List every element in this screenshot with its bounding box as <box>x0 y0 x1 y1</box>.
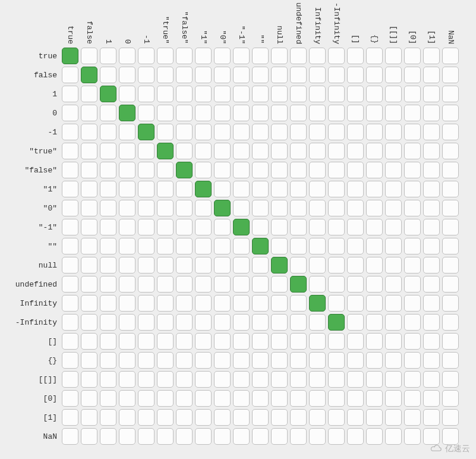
cell-false <box>308 46 327 65</box>
cell-false <box>327 142 346 161</box>
cell-false <box>251 218 270 237</box>
cell-false <box>403 256 422 275</box>
cell-false <box>80 161 99 180</box>
cell-false <box>156 389 175 408</box>
cell-false <box>194 294 213 313</box>
cell-false <box>251 256 270 275</box>
row-header: Infinity <box>4 294 61 313</box>
cell-false <box>422 199 441 218</box>
cell-false <box>137 199 156 218</box>
cell-false <box>194 84 213 103</box>
cell-false <box>213 313 232 332</box>
cell-false <box>289 332 308 351</box>
cell-false <box>384 351 403 370</box>
cell-false <box>232 427 251 446</box>
row-header: -1 <box>4 122 61 142</box>
cell-false <box>232 351 251 370</box>
cell-false <box>61 84 80 103</box>
cell-false <box>346 408 365 427</box>
col-header: [1] <box>422 5 441 46</box>
cell-false <box>118 218 137 237</box>
cell-false <box>384 180 403 199</box>
cell-false <box>365 294 384 313</box>
cell-false <box>99 237 118 256</box>
row-header: -Infinity <box>4 313 61 332</box>
cell-false <box>270 65 289 84</box>
cell-false <box>384 237 403 256</box>
cell-true <box>232 218 251 237</box>
cell-false <box>99 313 118 332</box>
cell-false <box>80 142 99 161</box>
cell-false <box>213 218 232 237</box>
cell-false <box>194 142 213 161</box>
row-header: 0 <box>4 103 61 122</box>
cell-false <box>80 256 99 275</box>
cell-false <box>346 218 365 237</box>
cell-false <box>137 408 156 427</box>
cell-false <box>346 161 365 180</box>
cell-false <box>422 332 441 351</box>
row-header: 1 <box>4 84 61 103</box>
cell-false <box>346 142 365 161</box>
cell-false <box>251 294 270 313</box>
cell-false <box>365 180 384 199</box>
cell-false <box>99 199 118 218</box>
cell-false <box>308 408 327 427</box>
cell-false <box>80 294 99 313</box>
cell-false <box>403 65 422 84</box>
cell-false <box>422 142 441 161</box>
cell-false <box>327 180 346 199</box>
cell-false <box>194 46 213 65</box>
cell-false <box>384 161 403 180</box>
cell-true <box>175 161 194 180</box>
cell-false <box>99 65 118 84</box>
cell-false <box>137 389 156 408</box>
cell-false <box>289 65 308 84</box>
cell-false <box>232 84 251 103</box>
cell-false <box>175 408 194 427</box>
cell-false <box>441 122 460 142</box>
cell-false <box>308 142 327 161</box>
cell-false <box>61 313 80 332</box>
cell-false <box>270 142 289 161</box>
cell-false <box>403 275 422 294</box>
cell-false <box>308 332 327 351</box>
cell-false <box>346 313 365 332</box>
cell-false <box>289 218 308 237</box>
row-header: undefined <box>4 275 61 294</box>
cell-false <box>194 161 213 180</box>
cell-false <box>61 427 80 446</box>
cell-false <box>365 218 384 237</box>
cell-false <box>194 408 213 427</box>
col-header-label: "0" <box>218 30 227 44</box>
cell-false <box>80 218 99 237</box>
cell-false <box>289 46 308 65</box>
cell-false <box>403 180 422 199</box>
cell-false <box>232 142 251 161</box>
cell-false <box>232 122 251 142</box>
cell-false <box>441 218 460 237</box>
cell-false <box>118 142 137 161</box>
cell-false <box>194 65 213 84</box>
cell-false <box>403 408 422 427</box>
cell-true <box>137 122 156 142</box>
cell-false <box>308 256 327 275</box>
col-header-label: [0] <box>408 30 417 44</box>
site-watermark-text: 亿速云 <box>445 444 470 454</box>
cell-false <box>365 313 384 332</box>
col-header: NaN <box>441 5 460 46</box>
cell-false <box>175 180 194 199</box>
cell-false <box>270 313 289 332</box>
cell-false <box>365 408 384 427</box>
cell-false <box>422 122 441 142</box>
cell-false <box>232 275 251 294</box>
cell-false <box>99 389 118 408</box>
cell-true <box>99 84 118 103</box>
cell-false <box>327 256 346 275</box>
cell-false <box>270 408 289 427</box>
cell-false <box>194 199 213 218</box>
cell-false <box>422 180 441 199</box>
cell-false <box>232 389 251 408</box>
col-header-label: "true" <box>161 16 170 44</box>
cell-false <box>232 161 251 180</box>
